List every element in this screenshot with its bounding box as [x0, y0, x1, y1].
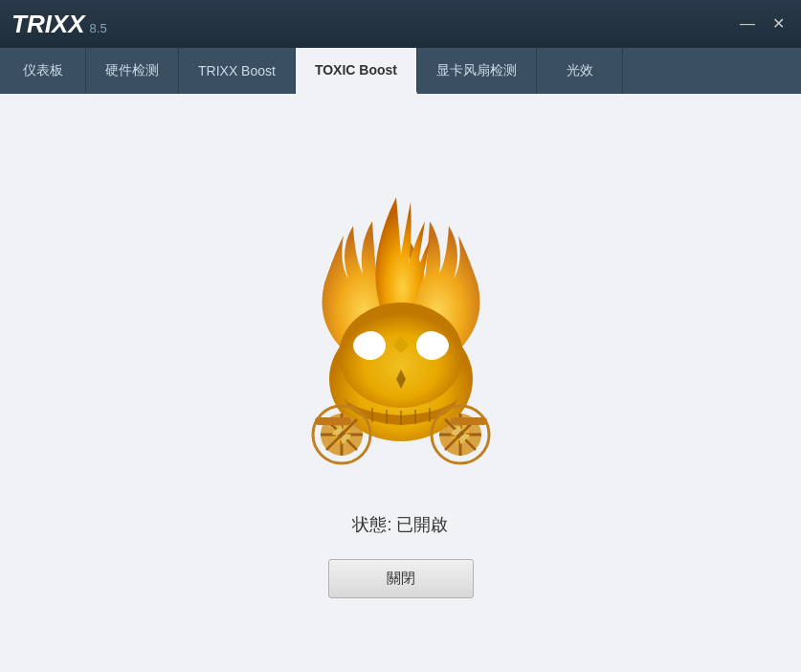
svg-rect-21	[315, 417, 351, 425]
tab-dashboard[interactable]: 仪表板	[0, 48, 86, 94]
version-label: 8.5	[90, 21, 107, 35]
tabbar: 仪表板 硬件检测 TRIXX Boost TOXIC Boost 显卡风扇检测 …	[0, 48, 801, 94]
window-controls: — ✕	[736, 12, 790, 35]
logo-xx: XX	[52, 10, 85, 39]
tab-toxic-boost[interactable]: TOXIC Boost	[296, 48, 417, 94]
close-window-button[interactable]: ✕	[767, 12, 790, 35]
titlebar: TRI XX 8.5 — ✕	[0, 0, 801, 48]
tab-trixx-boost[interactable]: TRIXX Boost	[179, 48, 296, 94]
minimize-button[interactable]: —	[736, 12, 759, 35]
svg-rect-22	[451, 417, 487, 425]
status-text: 状態: 已開啟	[352, 513, 448, 536]
svg-point-1	[339, 302, 463, 408]
toxic-logo-container	[277, 168, 525, 484]
tab-effects[interactable]: 光效	[537, 48, 623, 94]
tab-gpu-fan-detect[interactable]: 显卡风扇检测	[417, 48, 537, 94]
close-button[interactable]: 關閉	[328, 559, 474, 598]
main-content: 状態: 已開啟 關閉	[0, 94, 801, 672]
logo-area: TRI XX 8.5	[11, 10, 107, 39]
logo-tri: TRI	[11, 10, 52, 39]
tab-hardware-detect[interactable]: 硬件检测	[86, 48, 179, 94]
